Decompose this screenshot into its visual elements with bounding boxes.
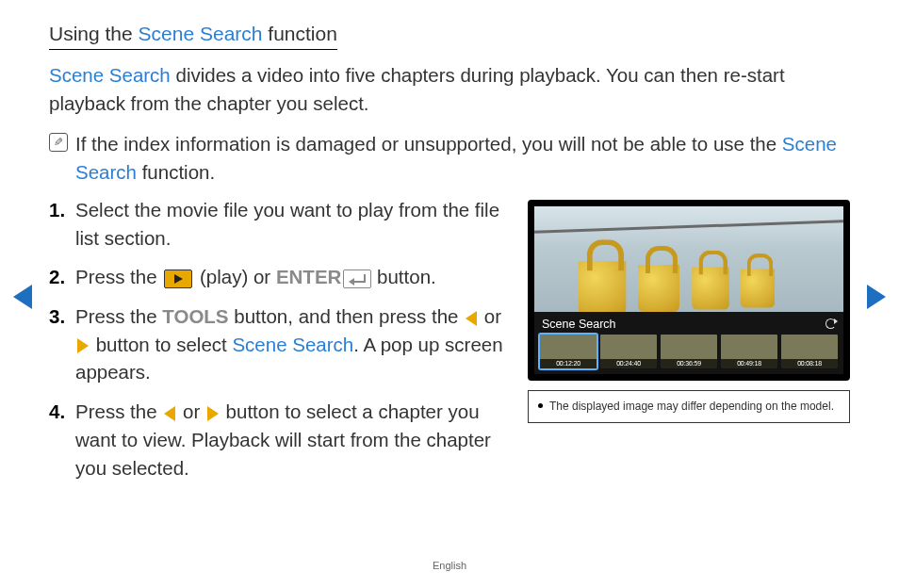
right-arrow-icon [77,338,89,353]
caption-box: The displayed image may differ depending… [528,390,850,423]
step-4b: or [177,400,205,422]
step-3d: button to select [90,334,232,355]
scene-thumb: 00:24:40 [600,335,657,368]
enter-label: ENTER [276,266,341,287]
scene-thumb: 00:36:59 [661,335,717,368]
note-text-1: If the index information is damaged or u… [75,133,782,155]
refresh-icon [825,318,836,329]
step-number: 4. [49,398,65,426]
caption-text: The displayed image may differ depending… [549,400,834,413]
thumb-time: 00:36:59 [661,359,717,368]
step-1-text: Select the movie file you want to play f… [75,199,499,249]
scene-thumb: 00:49:18 [721,335,777,368]
heading-suffix: function [262,23,336,44]
step-4: 4. Press the or button to select a chapt… [75,398,505,482]
steps-list: 1. Select the movie file you want to pla… [75,196,505,493]
heading-link: Scene Search [139,23,263,44]
thumb-time: 00:08:18 [781,359,838,368]
step-3c: or [479,305,501,327]
thumb-time: 00:24:40 [600,359,657,368]
thumbs-row: 00:12:20 00:24:40 00:36:59 00:49:18 00:0… [540,335,838,368]
preview-screen: Scene Search 00:12:20 00:24:40 00:36:59 … [528,200,850,381]
step-2b: (play) or [194,266,276,287]
intro-paragraph: Scene Search divides a video into five c… [49,61,850,117]
page-next-arrow[interactable] [867,285,886,309]
left-arrow-icon [164,406,175,421]
note-paragraph: If the index information is damaged or u… [75,130,850,186]
bullet-icon [538,403,543,408]
note-text-2: function. [137,161,215,183]
scene-thumb: 00:12:20 [540,335,597,368]
scene-title: Scene Search [542,318,616,331]
section-heading: Using the Scene Search function [49,23,337,50]
footer-language: English [0,560,899,571]
preview-photo [534,206,843,312]
step-4a: Press the [75,400,162,422]
step-2a: Press the [75,266,162,287]
step-3a: Press the [75,305,162,327]
right-arrow-icon [207,406,219,421]
enter-icon [343,270,371,288]
tools-label: TOOLS [162,305,228,327]
note-icon [49,133,68,152]
step-number: 2. [49,263,65,291]
left-arrow-icon [466,311,477,326]
step-3: 3. Press the TOOLS button, and then pres… [75,302,505,386]
step-number: 3. [49,302,65,331]
play-icon [164,270,192,288]
thumb-time: 00:49:18 [721,359,777,368]
step-2c: button. [371,266,435,287]
scene-bar: Scene Search 00:12:20 00:24:40 00:36:59 … [534,312,843,374]
step-2: 2. Press the (play) or ENTER button. [75,263,505,291]
page-prev-arrow[interactable] [13,285,32,309]
heading-prefix: Using the [49,23,139,44]
step-3b: button, and then press the [229,305,465,327]
step-1: 1. Select the movie file you want to pla… [75,196,505,252]
intro-link: Scene Search [49,64,171,86]
step-number: 1. [49,196,65,224]
scene-thumb: 00:08:18 [781,335,838,368]
thumb-time: 00:12:20 [540,359,597,368]
step-3-link: Scene Search [232,334,353,355]
